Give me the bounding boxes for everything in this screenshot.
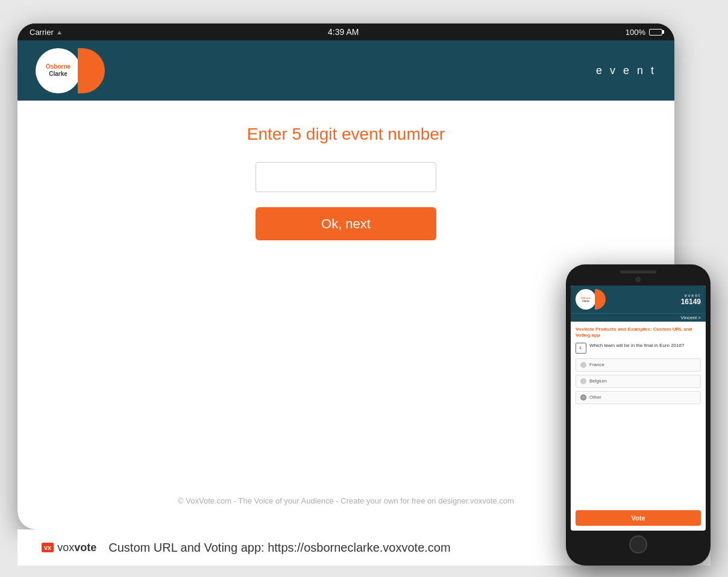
radio-other bbox=[580, 395, 586, 401]
carrier-label: Carrier bbox=[30, 28, 54, 37]
phone-user-name: Vincent > bbox=[681, 315, 701, 320]
phone-clarke: Clarke bbox=[581, 299, 591, 302]
phone-question-number: 4. bbox=[576, 343, 586, 354]
ok-next-button[interactable]: Ok, next bbox=[256, 207, 436, 240]
bottom-url: Custom URL and Voting app: https://osbor… bbox=[108, 541, 450, 555]
phone-event-number: 16149 bbox=[681, 298, 701, 306]
phone-logo-circle: Osborne Clarke bbox=[576, 289, 596, 310]
phone-question-text: Which team will be in the final in Euro … bbox=[589, 343, 684, 349]
option-label-belgium: Belgium bbox=[589, 378, 607, 384]
status-time: 4:39 AM bbox=[328, 27, 359, 37]
phone-content: VoxVote Products and Examples: Custom UR… bbox=[571, 322, 706, 531]
phone-camera bbox=[636, 277, 641, 282]
option-label-other: Other bbox=[589, 395, 601, 400]
phone-user-bar: Vincent > bbox=[571, 313, 706, 322]
status-left: Carrier ⟁ bbox=[30, 28, 61, 37]
vote-option-belgium[interactable]: Belgium bbox=[576, 375, 701, 388]
clarke-text: Clarke bbox=[46, 70, 71, 78]
header-event-label: e v e n t bbox=[596, 64, 656, 77]
event-title: Enter 5 digit event number bbox=[247, 125, 445, 144]
phone-logo-half bbox=[595, 289, 606, 310]
radio-belgium bbox=[580, 378, 586, 384]
phone-question-row: 4. Which team will be in the final in Eu… bbox=[576, 343, 701, 354]
phone-screen: Osborne Clarke event 16149 Vincent > Vox… bbox=[571, 285, 706, 531]
logo-text: Osborne Clarke bbox=[46, 63, 71, 78]
tablet-status-bar: Carrier ⟁ 4:39 AM 100% bbox=[17, 23, 674, 40]
logo-circle: Osborne Clarke bbox=[36, 48, 81, 93]
osborne-text: Osborne bbox=[46, 63, 71, 70]
vote-button[interactable]: Vote bbox=[576, 510, 701, 526]
phone-event-name: VoxVote Products and Examples: Custom UR… bbox=[576, 326, 701, 339]
voxvote-text: voxvote bbox=[57, 541, 96, 554]
logo-container: Osborne Clarke bbox=[36, 48, 105, 93]
option-label-france: France bbox=[589, 362, 604, 367]
phone-speaker bbox=[620, 270, 656, 273]
phone-event-label: event bbox=[685, 293, 701, 298]
app-header: Osborne Clarke e v e n t bbox=[17, 40, 674, 101]
phone-home-button[interactable] bbox=[629, 535, 647, 554]
phone-header-right: event 16149 bbox=[681, 285, 701, 313]
battery-icon bbox=[649, 29, 662, 36]
vote-option-other[interactable]: Other bbox=[576, 391, 701, 404]
vote-option-france[interactable]: France bbox=[576, 358, 701, 372]
phone-header: Osborne Clarke event 16149 bbox=[571, 285, 706, 313]
event-number-input[interactable] bbox=[256, 162, 436, 192]
wifi-icon: ⟁ bbox=[57, 28, 61, 36]
voxvote-logo: vx voxvote bbox=[42, 541, 96, 554]
vox-box-icon: vx bbox=[42, 543, 54, 552]
logo-half-circle bbox=[78, 48, 105, 93]
battery-label: 100% bbox=[626, 28, 645, 37]
status-right: 100% bbox=[626, 28, 662, 37]
radio-france bbox=[580, 362, 586, 368]
phone: Osborne Clarke event 16149 Vincent > Vox… bbox=[566, 264, 711, 566]
footer-text: © VoxVote.com - The Voice of your Audien… bbox=[178, 496, 514, 517]
